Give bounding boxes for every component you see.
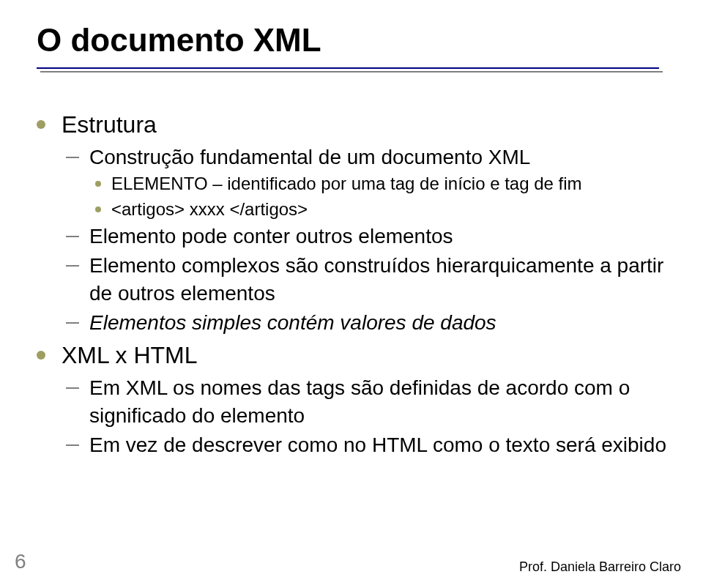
bullet-text: Em vez de descrever como no HTML como o … [89,431,666,459]
bullet-text: Estrutura [62,110,157,141]
dash-icon [66,387,79,389]
dash-icon [66,157,79,158]
dash-icon [66,444,79,446]
bullet-text: XML x HTML [62,340,198,371]
dash-icon [66,236,79,237]
dash-icon [66,322,79,324]
bullet-level1: Estrutura [37,110,681,141]
page-number: 6 [15,550,26,573]
bullet-text-italic: Elementos simples contém valores de dado… [89,309,496,337]
bullet-level3: <artigos> xxxx </artigos> [95,198,681,221]
bullet-level2: Em XML os nomes das tags são definidas d… [66,374,681,430]
title-underline [37,67,659,69]
bullet-level2: Construção fundamental de um documento X… [66,144,681,171]
bullet-icon [95,181,101,187]
bullet-level1: XML x HTML [37,340,681,371]
bullet-text: Construção fundamental de um documento X… [89,144,530,171]
slide-title: O documento XML [37,22,321,59]
dash-icon [66,265,79,267]
bullet-level3: ELEMENTO – identificado por uma tag de i… [95,172,681,196]
bullet-text: ELEMENTO – identificado por uma tag de i… [111,172,582,196]
bullet-level2: Elementos simples contém valores de dado… [66,309,681,337]
slide: O documento XML Estrutura Construção fun… [0,0,703,588]
bullet-level2: Em vez de descrever como no HTML como o … [66,431,681,459]
bullet-icon [37,120,45,129]
title-underline-shadow [40,71,663,72]
bullet-icon [95,206,101,212]
bullet-level2: Elemento pode conter outros elementos [66,223,681,250]
bullet-text: Em XML os nomes das tags são definidas d… [89,374,681,430]
bullet-text: <artigos> xxxx </artigos> [111,198,308,221]
footer-author: Prof. Daniela Barreiro Claro [519,559,681,575]
slide-content: Estrutura Construção fundamental de um d… [37,110,681,460]
bullet-level2: Elemento complexos são construídos hiera… [66,252,681,308]
bullet-icon [37,351,45,360]
bullet-text: Elemento pode conter outros elementos [89,223,453,250]
bullet-text: Elemento complexos são construídos hiera… [89,252,681,308]
